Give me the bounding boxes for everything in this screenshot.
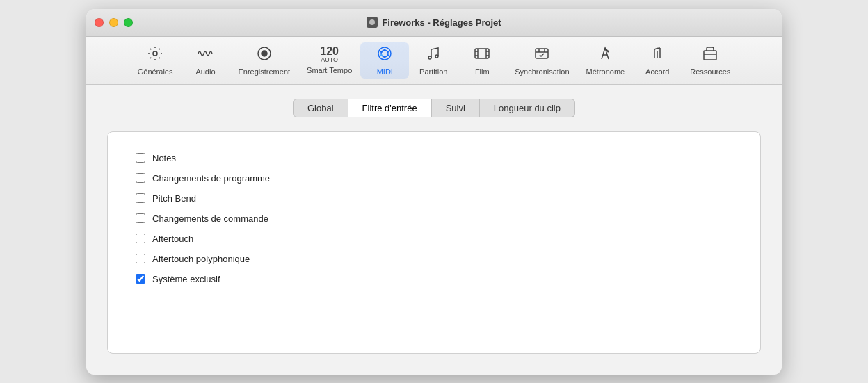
window-title: Fireworks - Réglages Projet [367,17,501,28]
notes-label: Notes [152,153,176,163]
svg-rect-28 [704,51,716,60]
app-window: Fireworks - Réglages Projet Générales Au… [86,9,782,375]
checkbox-notes[interactable]: Notes [136,153,732,163]
notes-icon [425,45,442,65]
svg-point-10 [380,51,383,53]
toolbar-item-metronome[interactable]: Métronome [578,42,634,79]
svg-point-9 [387,54,389,56]
partition-label: Partition [419,67,447,76]
window-controls [95,18,133,27]
midi-label: MIDI [377,67,393,76]
changements-programme-label: Changements de programme [152,173,270,184]
waveform-icon [197,45,214,65]
enregistrement-label: Enregistrement [238,67,290,76]
toolbar-item-enregistrement[interactable]: Enregistrement [230,42,298,79]
systeme-exclusif-checkbox[interactable] [136,274,145,284]
synchronisation-label: Synchronisation [515,67,569,76]
toolbar-item-generales[interactable]: Générales [129,42,182,79]
svg-rect-15 [475,49,489,58]
systeme-exclusif-label: Système exclusif [152,274,220,284]
content-area: Global Filtre d'entrée Suivi Longueur du… [86,85,782,375]
tab-global[interactable]: Global [293,99,348,117]
audio-label: Audio [195,67,215,76]
titlebar: Fireworks - Réglages Projet [86,9,782,37]
checkbox-aftertouch-polyphonique[interactable]: Aftertouch polyphonique [136,254,732,264]
toolbar: Générales Audio Enregistrement [86,37,782,85]
changements-commande-label: Changements de commande [152,213,268,224]
film-icon [474,45,490,65]
tab-suivi[interactable]: Suivi [432,99,480,117]
tab-longueur-clip[interactable]: Longueur du clip [480,99,575,117]
minimize-button[interactable] [109,18,118,27]
pitch-bend-checkbox[interactable] [136,193,145,203]
tab-bar: Global Filtre d'entrée Suivi Longueur du… [107,99,761,117]
ressources-label: Ressources [690,67,730,76]
tempo-icon: 120 AUTO [320,46,339,63]
tab-longueur-clip-label: Longueur du clip [494,103,561,113]
svg-point-1 [369,19,375,25]
pitch-bend-label: Pitch Bend [152,193,196,204]
gear-icon [147,45,163,65]
generales-label: Générales [138,67,173,76]
svg-point-12 [380,54,383,56]
maximize-button[interactable] [124,18,133,27]
toolbar-item-ressources[interactable]: Ressources [682,42,739,79]
toolbar-item-audio[interactable]: Audio [181,42,230,79]
toolbar-item-smart-tempo[interactable]: 120 AUTO Smart Tempo [298,43,360,77]
app-icon [367,17,378,28]
checkbox-changements-commande[interactable]: Changements de commande [136,213,732,224]
toolbar-item-partition[interactable]: Partition [409,42,458,79]
toolbar-item-synchronisation[interactable]: Synchronisation [506,42,577,79]
checkbox-pitch-bend[interactable]: Pitch Bend [136,193,732,204]
metronome-icon [597,45,613,65]
sync-icon [533,45,550,65]
svg-point-7 [384,49,386,51]
svg-point-4 [262,51,267,56]
aftertouch-label: Aftertouch [152,234,193,244]
aftertouch-checkbox[interactable] [136,234,145,243]
svg-point-27 [607,50,609,52]
record-icon [256,45,273,65]
svg-point-13 [428,56,431,59]
toolbar-item-midi[interactable]: MIDI [360,42,409,79]
metronome-label: Métronome [586,67,625,76]
accord-label: Accord [645,67,669,76]
aftertouch-polyphonique-label: Aftertouch polyphonique [152,254,250,264]
checkbox-systeme-exclusif[interactable]: Système exclusif [136,274,732,284]
smart-tempo-label: Smart Tempo [307,66,352,74]
tab-filtre-entree-label: Filtre d'entrée [362,103,417,113]
toolbar-item-film[interactable]: Film [458,42,506,79]
tab-filtre-entree[interactable]: Filtre d'entrée [348,99,432,117]
close-button[interactable] [95,18,104,27]
svg-point-2 [153,51,157,56]
svg-rect-22 [536,49,548,58]
midi-icon [376,45,393,65]
checkbox-changements-programme[interactable]: Changements de programme [136,173,732,184]
checkbox-list: Notes Changements de programme Pitch Ben… [136,153,732,284]
svg-point-14 [435,55,438,58]
changements-commande-checkbox[interactable] [136,213,145,223]
changements-programme-checkbox[interactable] [136,173,145,183]
notes-checkbox[interactable] [136,153,145,163]
chord-icon [649,45,666,65]
aftertouch-polyphonique-checkbox[interactable] [136,254,145,263]
window-title-text: Fireworks - Réglages Projet [382,17,501,28]
toolbar-item-accord[interactable]: Accord [633,42,682,79]
film-label: Film [475,67,490,76]
checkbox-aftertouch[interactable]: Aftertouch [136,234,732,244]
tab-suivi-label: Suivi [446,103,465,113]
tab-global-label: Global [307,103,334,113]
resources-icon [702,45,718,65]
svg-point-11 [384,56,386,58]
svg-point-8 [387,51,389,53]
settings-panel: Notes Changements de programme Pitch Ben… [107,131,761,354]
